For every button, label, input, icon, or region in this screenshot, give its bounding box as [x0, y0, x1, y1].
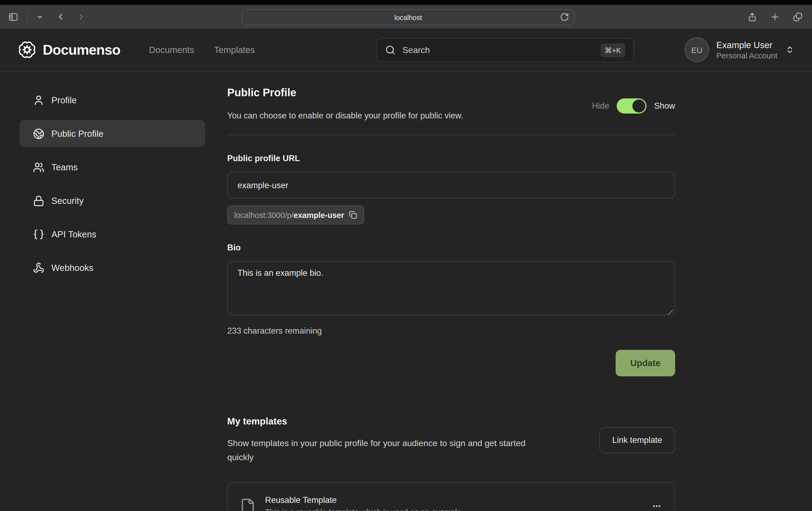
my-templates-title: My templates	[227, 416, 600, 427]
link-template-button[interactable]: Link template	[600, 427, 675, 453]
browser-toolbar: localhost	[0, 5, 812, 29]
template-card-title: Reusable Template	[265, 494, 463, 505]
settings-sidebar: Profile Public Profile Teams Security AP…	[20, 87, 205, 281]
sidebar-toggle-button[interactable]	[8, 11, 19, 22]
globe-icon	[33, 128, 45, 139]
section-head: Public Profile Hide Show You can choose …	[227, 87, 675, 121]
sidebar-item-label: API Tokens	[51, 229, 96, 239]
file-icon	[240, 498, 256, 511]
webhook-icon	[33, 262, 45, 273]
nav-documents[interactable]: Documents	[149, 44, 194, 55]
avatar-initials: EU	[691, 45, 702, 54]
toolbar-right-group	[747, 5, 803, 29]
safari-window: localhost	[0, 0, 812, 511]
sidebar-item-label: Webhooks	[51, 263, 93, 273]
tabs-icon	[792, 11, 803, 22]
toolbar-divider	[27, 11, 28, 23]
bio-textarea[interactable]: This is an example bio.	[227, 261, 675, 315]
template-actions-button[interactable]	[651, 500, 663, 511]
public-url-slug: example-user	[293, 211, 344, 219]
user-info: Example User Personal Account	[716, 39, 777, 60]
search-box[interactable]: ⌘+K	[377, 38, 634, 62]
sidebar-item-profile[interactable]: Profile	[20, 87, 205, 114]
public-url-badge: localhost:3000/p/ example-user	[227, 206, 364, 224]
toggle-show-label: Show	[654, 101, 675, 111]
brand-name: Documenso	[43, 41, 120, 58]
my-templates-header: My templates Show templates in your publ…	[227, 416, 675, 464]
page-title: Public Profile	[227, 87, 675, 99]
sidebar-item-label: Teams	[51, 162, 78, 172]
template-card-text: Reusable Template This is a reusable tem…	[265, 494, 463, 511]
sidebar-dropdown-button[interactable]	[36, 13, 43, 20]
description-line: Show templates in your public profile fo…	[227, 437, 600, 450]
chevron-right-icon	[76, 12, 86, 22]
profile-visibility-toggle[interactable]	[617, 98, 646, 114]
tab-overview-button[interactable]	[792, 11, 803, 22]
user-icon	[33, 94, 45, 106]
toggle-hide-label: Hide	[592, 101, 609, 111]
window-top-edge	[0, 0, 812, 5]
braces-icon	[33, 229, 45, 240]
forward-button[interactable]	[76, 12, 86, 22]
sidebar-item-api-tokens[interactable]: API Tokens	[20, 221, 205, 248]
nav-templates[interactable]: Templates	[214, 44, 255, 55]
address-bar[interactable]: localhost	[242, 9, 575, 25]
copy-url-button[interactable]	[349, 211, 357, 219]
public-profile-url-input[interactable]	[227, 172, 675, 199]
chevrons-up-down-icon	[785, 46, 794, 54]
description-line: quickly	[227, 450, 600, 464]
update-row: Update	[227, 350, 675, 377]
app-header: Documenso Documents Templates ⌘+K EU Exa…	[0, 29, 812, 71]
toggle-knob	[632, 99, 645, 113]
sidebar-item-label: Security	[51, 196, 84, 206]
resize-handle[interactable]	[667, 309, 673, 315]
characters-remaining: 233 characters remaining	[227, 326, 675, 336]
main-nav: Documents Templates	[149, 44, 255, 55]
copy-icon	[349, 211, 357, 219]
refresh-icon	[560, 12, 569, 22]
lock-icon	[33, 195, 45, 206]
update-button[interactable]: Update	[616, 350, 675, 377]
user-account-type: Personal Account	[716, 51, 777, 60]
refresh-button[interactable]	[560, 12, 569, 23]
sidebar-item-security[interactable]: Security	[20, 187, 205, 214]
template-card-description: This is a reusable template which is use…	[265, 507, 463, 511]
sidebar-item-label: Profile	[51, 95, 77, 105]
bio-wrap: This is an example bio.	[227, 261, 675, 318]
search-input[interactable]	[401, 44, 594, 55]
avatar: EU	[684, 37, 709, 62]
address-bar-url: localhost	[395, 13, 422, 21]
search-icon	[385, 45, 396, 55]
share-icon	[747, 11, 757, 22]
public-profile-settings: Public Profile Hide Show You can choose …	[227, 81, 675, 511]
public-url-prefix: localhost:3000/p/	[234, 211, 293, 219]
bio-field-label: Bio	[227, 243, 675, 252]
section-divider	[227, 134, 675, 135]
panel-left-icon	[8, 11, 19, 22]
user-menu-trigger[interactable]: EU Example User Personal Account	[684, 37, 794, 62]
template-card: Reusable Template This is a reusable tem…	[227, 482, 675, 511]
visibility-toggle-group: Hide Show	[592, 98, 675, 114]
documenso-logo-icon	[18, 40, 36, 59]
sidebar-item-public-profile[interactable]: Public Profile	[20, 120, 205, 147]
chevron-left-icon	[56, 12, 65, 22]
search-shortcut-badge: ⌘+K	[600, 43, 626, 57]
sidebar-item-label: Public Profile	[51, 128, 104, 139]
users-icon	[33, 161, 45, 173]
brand-logo[interactable]: Documenso	[18, 40, 120, 59]
new-tab-button[interactable]	[770, 11, 780, 22]
ellipsis-icon	[651, 500, 663, 511]
url-field-label: Public profile URL	[227, 154, 675, 163]
plus-icon	[770, 11, 780, 22]
chevron-down-icon	[36, 13, 43, 20]
sidebar-item-teams[interactable]: Teams	[20, 154, 205, 181]
share-button[interactable]	[747, 11, 757, 22]
back-button[interactable]	[56, 12, 65, 22]
my-templates-text: My templates Show templates in your publ…	[227, 416, 600, 464]
user-name: Example User	[716, 39, 777, 50]
sidebar-item-webhooks[interactable]: Webhooks	[20, 254, 205, 281]
my-templates-description: Show templates in your public profile fo…	[227, 437, 600, 464]
toolbar-left-group	[8, 11, 86, 23]
